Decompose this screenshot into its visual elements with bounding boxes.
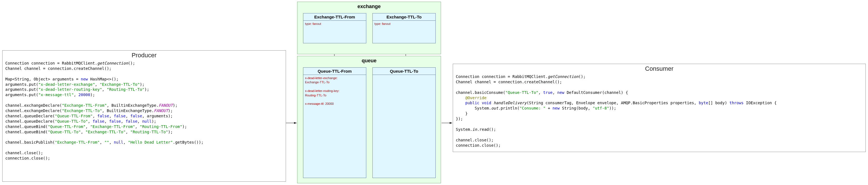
- exchange-group-title: exchange: [298, 2, 441, 11]
- producer-panel: Producer Connection connection = RabbitM…: [2, 50, 286, 182]
- queue-ttl-to-body: [373, 75, 435, 77]
- producer-title: Producer: [2, 50, 286, 61]
- exchange-ttl-to: Exchange-TTL-To type: fanout: [372, 13, 436, 43]
- consumer-code: Connection connection = RabbitMQClient.g…: [453, 74, 866, 150]
- exchange-ttl-from-title: Exchange-TTL-From: [303, 13, 366, 21]
- queue-ttl-from-title: Queue-TTL-From: [303, 68, 366, 75]
- queue-group-title: queue: [298, 56, 441, 65]
- exchange-ttl-from-body: type: fanout: [303, 21, 366, 27]
- queue-ttl-to-title: Queue-TTL-To: [373, 68, 435, 75]
- exchange-group: exchange Exchange-TTL-From type: fanout …: [297, 2, 441, 54]
- queue-group: queue Queue-TTL-From x-dead-letter-excha…: [297, 56, 441, 183]
- exchange-ttl-to-title: Exchange-TTL-To: [373, 13, 435, 21]
- consumer-panel: Consumer Connection connection = RabbitM…: [453, 64, 866, 152]
- exchange-ttl-to-body: type: fanout: [373, 21, 435, 27]
- consumer-title: Consumer: [453, 64, 866, 74]
- queue-ttl-from-body: x-dead-letter-exchange:Exchange-TTL-Tox-…: [303, 75, 366, 107]
- queue-ttl-from: Queue-TTL-From x-dead-letter-exchange:Ex…: [303, 67, 366, 178]
- producer-code: Connection connection = RabbitMQClient.g…: [2, 61, 286, 163]
- queue-ttl-to: Queue-TTL-To: [372, 67, 436, 178]
- exchange-ttl-from: Exchange-TTL-From type: fanout: [303, 13, 366, 43]
